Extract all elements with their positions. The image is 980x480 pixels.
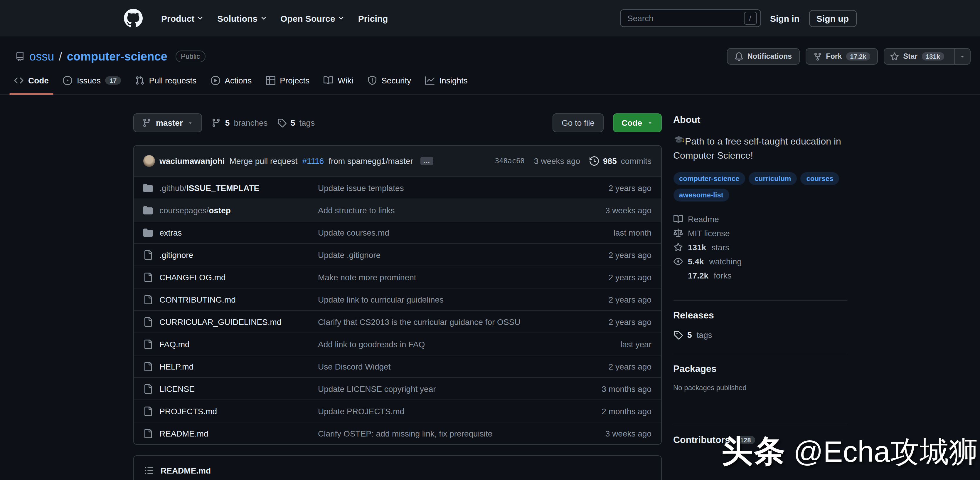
code-download-button[interactable]: Code xyxy=(613,113,662,132)
file-row[interactable]: PROJECTS.md Update PROJECTS.md 2 months … xyxy=(134,400,661,422)
file-base-name[interactable]: extras xyxy=(159,228,182,237)
file-path-prefix[interactable]: .github/ xyxy=(159,183,186,192)
topic-tag[interactable]: awesome-list xyxy=(673,188,729,201)
go-to-file-button[interactable]: Go to file xyxy=(553,113,603,132)
repo-meta-item[interactable]: 131k stars xyxy=(673,240,847,254)
file-row[interactable]: HELP.md Use Discord Widget 2 years ago xyxy=(134,355,661,377)
file-base-name[interactable]: LICENSE xyxy=(159,384,195,393)
file-base-name[interactable]: ISSUE_TEMPLATE xyxy=(186,183,259,192)
repo-tab[interactable]: Security xyxy=(363,68,416,94)
commit-author-avatar[interactable] xyxy=(143,155,155,167)
releases-tags-link[interactable]: 5 tags xyxy=(673,330,847,340)
fork-button[interactable]: Fork 17.2k xyxy=(805,48,878,65)
fork-count[interactable]: 17.2k xyxy=(846,52,870,61)
commit-history-link[interactable]: 985 commits xyxy=(590,156,651,166)
repo-tab[interactable]: Pull requests xyxy=(130,68,201,94)
topic-tag[interactable]: courses xyxy=(800,172,839,185)
repo-tab[interactable]: Issues 17 xyxy=(58,68,126,94)
file-row[interactable]: .github/ISSUE_TEMPLATE Update issue temp… xyxy=(134,176,661,199)
file-row[interactable]: README.md Clarify OSTEP: add missing lin… xyxy=(134,422,661,444)
search-input-field[interactable] xyxy=(626,13,744,24)
commit-message-rest[interactable]: from spamegg1/master xyxy=(329,156,413,166)
file-base-name[interactable]: CURRICULAR_GUIDELINES.md xyxy=(159,317,281,326)
file-name-link[interactable]: LICENSE xyxy=(159,384,311,393)
file-base-name[interactable]: FAQ.md xyxy=(159,339,190,349)
file-name-link[interactable]: FAQ.md xyxy=(159,339,311,349)
sign-up-button[interactable]: Sign up xyxy=(809,10,856,27)
repo-tab[interactable]: Actions xyxy=(206,68,256,94)
tags-link[interactable]: 5 tags xyxy=(277,118,315,128)
sign-in-link[interactable]: Sign in xyxy=(770,13,799,23)
commit-time[interactable]: 3 weeks ago xyxy=(534,156,580,166)
header-nav-item[interactable]: Solutions xyxy=(213,10,271,27)
file-name-link[interactable]: PROJECTS.md xyxy=(159,406,311,416)
file-base-name[interactable]: README.md xyxy=(159,429,208,438)
file-commit-message-link[interactable]: Make note more prominent xyxy=(318,272,601,282)
file-commit-message-link[interactable]: Clarify OSTEP: add missing link, fix pre… xyxy=(318,429,598,438)
file-commit-message-link[interactable]: Add structure to links xyxy=(318,205,598,215)
list-unordered-icon[interactable] xyxy=(144,466,154,475)
commit-message-link[interactable]: Merge pull request xyxy=(229,156,298,166)
file-name-link[interactable]: .gitignore xyxy=(159,250,311,259)
header-nav-item[interactable]: Pricing xyxy=(353,10,393,27)
file-row[interactable]: CONTRIBUTING.md Update link to curricula… xyxy=(134,288,661,310)
file-commit-message-link[interactable]: Update courses.md xyxy=(318,228,606,237)
notifications-button[interactable]: Notifications xyxy=(727,48,799,65)
file-commit-message-link[interactable]: Update LICENSE copyright year xyxy=(318,384,595,393)
file-name-link[interactable]: CONTRIBUTING.md xyxy=(159,295,311,304)
file-row[interactable]: coursepages/ostep Add structure to links… xyxy=(134,199,661,221)
file-name-link[interactable]: extras xyxy=(159,228,311,237)
repo-tab[interactable]: Code xyxy=(10,68,53,94)
file-commit-message-link[interactable]: Update link to curricular guidelines xyxy=(318,295,601,304)
file-name-link[interactable]: README.md xyxy=(159,429,311,438)
repo-tab[interactable]: Insights xyxy=(420,68,473,94)
star-dropdown-button[interactable] xyxy=(954,49,970,64)
readme-filename[interactable]: README.md xyxy=(161,466,211,475)
star-count[interactable]: 131k xyxy=(921,52,944,61)
star-button[interactable]: Star 131k xyxy=(884,49,950,64)
topic-tag[interactable]: curriculum xyxy=(749,172,797,185)
commit-sha-link[interactable]: 340ac60 xyxy=(495,157,525,165)
header-nav-item[interactable]: Product xyxy=(156,10,208,27)
commit-message-expand-button[interactable]: … xyxy=(420,157,433,165)
file-row[interactable]: LICENSE Update LICENSE copyright year 3 … xyxy=(134,377,661,400)
file-name-link[interactable]: CURRICULAR_GUIDELINES.md xyxy=(159,317,311,326)
file-commit-message-link[interactable]: Add link to goodreads in FAQ xyxy=(318,339,613,349)
file-row[interactable]: FAQ.md Add link to goodreads in FAQ last… xyxy=(134,333,661,355)
pr-number-link[interactable]: #1116 xyxy=(302,156,324,166)
file-base-name[interactable]: HELP.md xyxy=(159,362,194,371)
file-commit-message-link[interactable]: Use Discord Widget xyxy=(318,362,601,371)
file-path-prefix[interactable]: coursepages/ xyxy=(159,205,209,215)
file-commit-message-link[interactable]: Update PROJECTS.md xyxy=(318,406,595,416)
file-name-link[interactable]: coursepages/ostep xyxy=(159,205,311,215)
file-name-link[interactable]: HELP.md xyxy=(159,362,311,371)
file-row[interactable]: .gitignore Update .gitignore 2 years ago xyxy=(134,243,661,266)
file-base-name[interactable]: CHANGELOG.md xyxy=(159,272,226,282)
file-base-name[interactable]: CONTRIBUTING.md xyxy=(159,295,236,304)
branch-selector-button[interactable]: master xyxy=(133,113,202,132)
repo-meta-item[interactable]: MIT license xyxy=(673,226,847,240)
file-name-link[interactable]: CHANGELOG.md xyxy=(159,272,311,282)
file-commit-message-link[interactable]: Update .gitignore xyxy=(318,250,601,259)
contributors-count[interactable]: 128 xyxy=(736,436,755,444)
file-base-name[interactable]: .gitignore xyxy=(159,250,193,259)
search-input[interactable]: / xyxy=(620,10,761,27)
file-base-name[interactable]: ostep xyxy=(209,205,231,215)
github-logo-icon[interactable] xyxy=(124,9,142,28)
file-base-name[interactable]: PROJECTS.md xyxy=(159,406,217,416)
branches-link[interactable]: 5 branches xyxy=(212,118,268,128)
repo-meta-item[interactable]: 17.2k forks xyxy=(673,268,847,282)
file-commit-message-link[interactable]: Update issue templates xyxy=(318,183,601,192)
repo-tab[interactable]: Projects xyxy=(261,68,314,94)
repo-meta-item[interactable]: 5.4k watching xyxy=(673,254,847,268)
file-commit-message-link[interactable]: Clarify that CS2013 is the curricular gu… xyxy=(318,317,601,326)
file-row[interactable]: extras Update courses.md last month xyxy=(134,221,661,243)
commit-author-link[interactable]: waciumawanjohi xyxy=(159,156,225,166)
repo-owner-link[interactable]: ossu xyxy=(29,49,54,63)
repo-meta-item[interactable]: Readme xyxy=(673,212,847,226)
file-row[interactable]: CHANGELOG.md Make note more prominent 2 … xyxy=(134,266,661,288)
topic-tag[interactable]: computer-science xyxy=(673,172,745,185)
file-name-link[interactable]: .github/ISSUE_TEMPLATE xyxy=(159,183,311,192)
header-nav-item[interactable]: Open Source xyxy=(276,10,349,27)
repo-tab[interactable]: Wiki xyxy=(319,68,358,94)
